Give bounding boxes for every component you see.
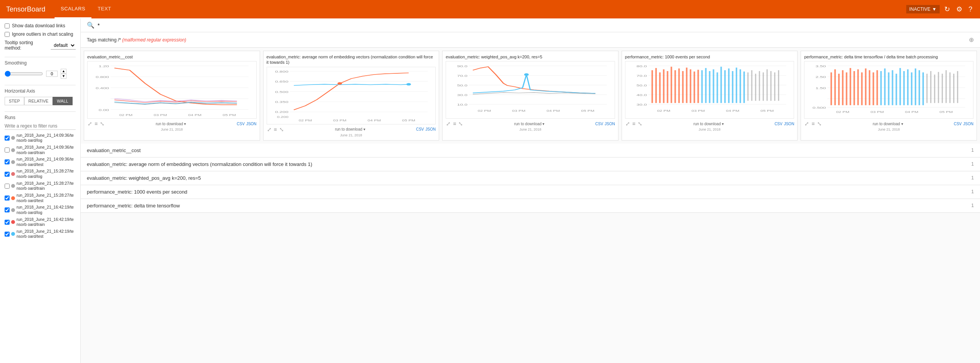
smoothing-value-input[interactable]: 0 xyxy=(46,71,58,77)
run-label-1: run_2018_June_21_14:09:36/tensorb oard/t… xyxy=(17,145,76,155)
run-checkbox-3[interactable] xyxy=(5,172,10,177)
json-link-0[interactable]: JSON xyxy=(246,122,257,126)
csv-link-2[interactable]: CSV xyxy=(595,122,604,126)
run-to-download-btn-4[interactable]: run to download ▾ xyxy=(873,122,903,126)
run-checkbox-0[interactable] xyxy=(5,136,10,141)
json-link-3[interactable]: JSON xyxy=(784,122,794,126)
svg-text:0.650: 0.650 xyxy=(275,80,289,83)
run-checkbox-7[interactable] xyxy=(5,220,10,225)
svg-text:05 PM: 05 PM xyxy=(940,111,953,114)
tag-list-count-2: 1 xyxy=(971,175,974,181)
refresh-button[interactable]: ↻ xyxy=(943,3,952,15)
chart-settings-btn-3[interactable]: ⤡ xyxy=(637,120,643,127)
run-to-download-btn-1[interactable]: run to download ▾ xyxy=(335,127,365,131)
svg-point-24 xyxy=(337,82,342,85)
run-checkbox-5[interactable] xyxy=(5,196,10,201)
run-dot-5 xyxy=(11,196,15,200)
nav-item-scalars[interactable]: SCALARS xyxy=(55,0,91,18)
svg-text:70.0: 70.0 xyxy=(636,74,647,77)
svg-text:05 PM: 05 PM xyxy=(581,109,595,113)
csv-link-0[interactable]: CSV xyxy=(237,122,245,126)
chart-list-btn-4[interactable]: ≡ xyxy=(811,120,815,127)
show-download-links-option: Show data download links xyxy=(5,23,76,28)
svg-text:04 PM: 04 PM xyxy=(905,111,919,114)
axis-btn-step[interactable]: STEP xyxy=(5,97,24,105)
run-dot-2 xyxy=(11,160,15,164)
chart-list-btn-2[interactable]: ≡ xyxy=(453,120,456,127)
run-label-6: run_2018_June_21_16:42:19/tensorb oard/l… xyxy=(17,205,76,215)
chart-expand-btn-1[interactable]: ⤢ xyxy=(267,126,272,133)
chart-list-btn-0[interactable]: ≡ xyxy=(94,120,98,127)
status-dropdown[interactable]: INACTIVE ▼ xyxy=(906,5,940,13)
run-checkbox-2[interactable] xyxy=(5,159,10,164)
axis-btn-wall[interactable]: WALL xyxy=(53,97,73,105)
expand-icon[interactable]: ⊕ xyxy=(969,36,974,43)
chart-settings-btn-1[interactable]: ⤡ xyxy=(279,126,284,133)
chart-expand-btn-4[interactable]: ⤢ xyxy=(804,120,809,127)
tags-list-section: evaluation_metric__cost 1 evaluation_met… xyxy=(81,144,980,213)
svg-text:03 PM: 03 PM xyxy=(691,109,705,113)
json-link-1[interactable]: JSON xyxy=(426,127,436,131)
run-item: run_2018_June_21_14:09:36/tensorb oard/t… xyxy=(5,157,76,167)
chart-settings-btn-0[interactable]: ⤡ xyxy=(99,120,105,127)
nav-item-text[interactable]: TEXT xyxy=(91,0,117,18)
chart-expand-btn-3[interactable]: ⤢ xyxy=(625,120,630,127)
csv-link-3[interactable]: CSV xyxy=(774,122,783,126)
run-to-download-btn-0[interactable]: run to download ▾ xyxy=(156,122,186,126)
json-link-4[interactable]: JSON xyxy=(963,122,973,126)
run-to-download-btn-2[interactable]: run to download ▾ xyxy=(514,122,544,126)
malformed-text: (malformed regular expression) xyxy=(122,37,186,43)
settings-button[interactable]: ⚙ xyxy=(955,3,964,15)
run-checkbox-1[interactable] xyxy=(5,148,10,152)
tag-list-label-1: evaluation_metric: average norm of embed… xyxy=(87,161,312,167)
tag-list-count-0: 1 xyxy=(971,148,974,153)
chart-title-3: performance_metric: 1000 events per seco… xyxy=(625,54,794,60)
axis-btn-relative[interactable]: RELATIVE xyxy=(24,97,53,105)
svg-text:02 PM: 02 PM xyxy=(119,114,133,117)
tag-list-item-4: performance_metric: delta time tensorflo… xyxy=(81,199,980,213)
run-checkbox-8[interactable] xyxy=(5,232,10,237)
svg-text:50.0: 50.0 xyxy=(636,84,647,87)
run-checkbox-4[interactable] xyxy=(5,184,10,189)
svg-text:02 PM: 02 PM xyxy=(657,109,670,113)
svg-text:04 PM: 04 PM xyxy=(188,114,202,117)
chart-card-3: performance_metric: 1000 events per seco… xyxy=(622,51,798,141)
tag-list-item-0: evaluation_metric__cost 1 xyxy=(81,144,980,157)
csv-json-links-3: CSV JSON xyxy=(774,122,794,126)
tooltip-method-label: Tooltip sorting method: xyxy=(5,40,48,51)
run-item: run_2018_June_21_15:28:27/tensorb oard/t… xyxy=(5,181,76,191)
run-item: run_2018_June_21_14:09:36/tensorb oard/l… xyxy=(5,133,76,143)
filter-runs-input[interactable] xyxy=(5,123,76,130)
chart-settings-btn-2[interactable]: ⤡ xyxy=(458,120,463,127)
run-label-0: run_2018_June_21_14:09:36/tensorb oard/l… xyxy=(17,133,76,143)
csv-link-1[interactable]: CSV xyxy=(416,127,424,131)
show-download-links-checkbox[interactable] xyxy=(5,23,10,28)
svg-text:10.0: 10.0 xyxy=(457,103,468,106)
smoothing-up-btn[interactable]: ▲ xyxy=(61,69,66,74)
search-input[interactable] xyxy=(98,22,974,28)
chart-expand-btn-2[interactable]: ⤢ xyxy=(446,120,451,127)
smoothing-slider[interactable] xyxy=(5,71,43,77)
csv-json-links-4: CSV JSON xyxy=(954,122,973,126)
run-dot-6 xyxy=(11,208,15,212)
chart-date-4: June 21, 2018 xyxy=(804,128,973,131)
json-link-2[interactable]: JSON xyxy=(605,122,615,126)
csv-link-4[interactable]: CSV xyxy=(954,122,962,126)
svg-text:02 PM: 02 PM xyxy=(298,119,312,121)
run-checkbox-6[interactable] xyxy=(5,207,10,212)
tag-list-label-3: performance_metric: 1000 events per seco… xyxy=(87,189,187,195)
svg-text:1.50: 1.50 xyxy=(816,86,826,90)
smoothing-down-btn[interactable]: ▼ xyxy=(61,74,66,79)
chart-list-btn-3[interactable]: ≡ xyxy=(632,120,636,127)
chart-settings-btn-4[interactable]: ⤡ xyxy=(817,120,822,127)
run-to-download-btn-3[interactable]: run to download ▾ xyxy=(693,122,724,126)
tag-list-item-2: evaluation_metric: weighted_pos_avg k=20… xyxy=(81,171,980,185)
ignore-outliers-checkbox[interactable] xyxy=(5,32,10,37)
smoothing-title: Smoothing xyxy=(5,60,76,66)
axis-buttons-group: STEP RELATIVE WALL xyxy=(5,97,76,105)
runs-title: Runs xyxy=(5,115,76,120)
help-button[interactable]: ? xyxy=(967,4,974,15)
chart-expand-btn-0[interactable]: ⤢ xyxy=(87,120,93,127)
chart-list-btn-1[interactable]: ≡ xyxy=(274,126,277,133)
tooltip-method-select[interactable]: default xyxy=(51,41,76,50)
